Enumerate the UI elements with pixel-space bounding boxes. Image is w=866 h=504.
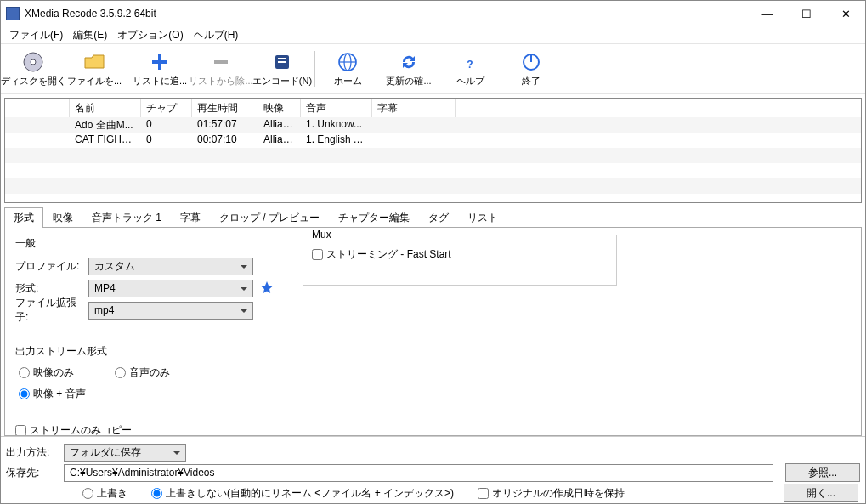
help-button[interactable]: ?ヘルプ xyxy=(439,48,501,90)
svg-text:?: ? xyxy=(467,59,473,71)
tab-audio[interactable]: 音声トラック 1 xyxy=(82,207,171,228)
ext-label: ファイル拡張子: xyxy=(15,296,88,325)
no-overwrite-radio[interactable]: 上書きしない(自動的にリネーム <ファイル名 + インデックス>) xyxy=(151,486,454,501)
file-list[interactable]: 名前 チャプター 再生時間 映像 音声 字幕 Ado 全曲M...001:57:… xyxy=(4,98,862,203)
file-row[interactable] xyxy=(5,178,861,194)
globe-icon xyxy=(337,51,359,73)
file-row[interactable] xyxy=(5,163,861,178)
audio-only-radio[interactable]: 音声のみ xyxy=(115,365,170,380)
minimize-button[interactable]: — xyxy=(748,1,787,26)
profile-select[interactable]: カスタム xyxy=(88,258,253,275)
both-radio[interactable]: 映像 + 音声 xyxy=(19,387,86,401)
file-row[interactable]: CAT FIGHT ...000:07:10Allian...1. Englis… xyxy=(5,133,861,148)
folder-icon xyxy=(83,51,105,73)
svg-rect-5 xyxy=(278,61,286,63)
format-select[interactable]: MP4 xyxy=(88,280,253,297)
output-method-label: 出力方法: xyxy=(6,445,57,460)
menu-options[interactable]: オプション(O) xyxy=(112,26,188,43)
outstream-group: 出力ストリーム形式 xyxy=(15,344,851,359)
menu-file[interactable]: ファイル(F) xyxy=(4,26,68,43)
disc-icon xyxy=(22,51,44,73)
favorite-icon[interactable] xyxy=(258,280,275,297)
add-to-list-button[interactable]: リストに追... xyxy=(129,48,190,90)
maximize-button[interactable]: ☐ xyxy=(787,1,826,26)
tab-video[interactable]: 映像 xyxy=(43,207,82,228)
home-button[interactable]: ホーム xyxy=(317,48,378,90)
col-subtitle[interactable]: 字幕 xyxy=(372,99,456,117)
keep-date-checkbox[interactable]: オリジナルの作成日時を保持 xyxy=(478,486,625,501)
check-update-button[interactable]: 更新の確... xyxy=(378,48,439,90)
refresh-icon xyxy=(398,51,420,73)
col-duration[interactable]: 再生時間 xyxy=(192,99,258,117)
destination-label: 保存先: xyxy=(6,466,57,480)
stream-copy-checkbox[interactable]: ストリームのみコピー xyxy=(15,423,851,435)
tab-chapter[interactable]: チャプター編集 xyxy=(329,207,419,228)
destination-input[interactable] xyxy=(64,464,773,482)
svg-point-1 xyxy=(31,59,36,65)
col-name[interactable]: 名前 xyxy=(70,99,141,117)
encode-icon xyxy=(271,51,293,73)
tab-format[interactable]: 形式 xyxy=(4,207,43,228)
open-button[interactable]: 開く... xyxy=(784,484,858,502)
menu-help[interactable]: ヘルプ(H) xyxy=(189,26,244,43)
tab-tag[interactable]: タグ xyxy=(419,207,458,228)
col-video[interactable]: 映像 xyxy=(258,99,301,117)
profile-label: プロファイル: xyxy=(15,259,88,274)
video-only-radio[interactable]: 映像のみ xyxy=(19,365,74,380)
col-chapter[interactable]: チャプター xyxy=(141,99,192,117)
format-label: 形式: xyxy=(15,281,88,296)
open-disc-button[interactable]: ディスクを開く xyxy=(3,48,64,90)
encode-button[interactable]: エンコード(N) xyxy=(252,48,313,90)
file-row[interactable] xyxy=(5,148,861,163)
remove-from-list-button: リストから除... xyxy=(190,48,252,90)
tab-list[interactable]: リスト xyxy=(458,207,507,228)
fast-start-checkbox[interactable]: ストリーミング - Fast Start xyxy=(303,235,616,274)
tab-subs[interactable]: 字幕 xyxy=(171,207,210,228)
ext-select[interactable]: mp4 xyxy=(88,302,253,320)
file-row[interactable]: Ado 全曲M...001:57:07Allian...1. Unknow... xyxy=(5,117,861,133)
exit-button[interactable]: 終了 xyxy=(501,48,562,90)
power-icon xyxy=(520,51,542,73)
format-pane-scroll[interactable]: 一般 プロファイル:カスタム 形式:MP4 ファイル拡張子:mp4 Mux スト… xyxy=(5,228,861,435)
mux-group: Mux ストリーミング - Fast Start xyxy=(303,235,617,286)
svg-rect-4 xyxy=(278,58,286,59)
tab-crop[interactable]: クロップ / プレビュー xyxy=(210,207,329,228)
close-button[interactable]: ✕ xyxy=(826,1,865,26)
overwrite-radio[interactable]: 上書き xyxy=(82,486,127,501)
output-method-select[interactable]: フォルダに保存 xyxy=(64,444,186,462)
help-icon: ? xyxy=(459,51,481,73)
col-audio[interactable]: 音声 xyxy=(301,99,372,117)
minus-icon xyxy=(210,51,232,73)
menu-edit[interactable]: 編集(E) xyxy=(68,26,112,43)
svg-rect-2 xyxy=(214,60,228,64)
browse-button[interactable]: 参照... xyxy=(785,463,860,482)
window-title: XMedia Recode 3.5.9.2 64bit xyxy=(25,8,748,20)
app-icon xyxy=(6,7,20,20)
open-file-button[interactable]: ファイルを... xyxy=(64,48,125,90)
plus-icon xyxy=(149,51,171,73)
